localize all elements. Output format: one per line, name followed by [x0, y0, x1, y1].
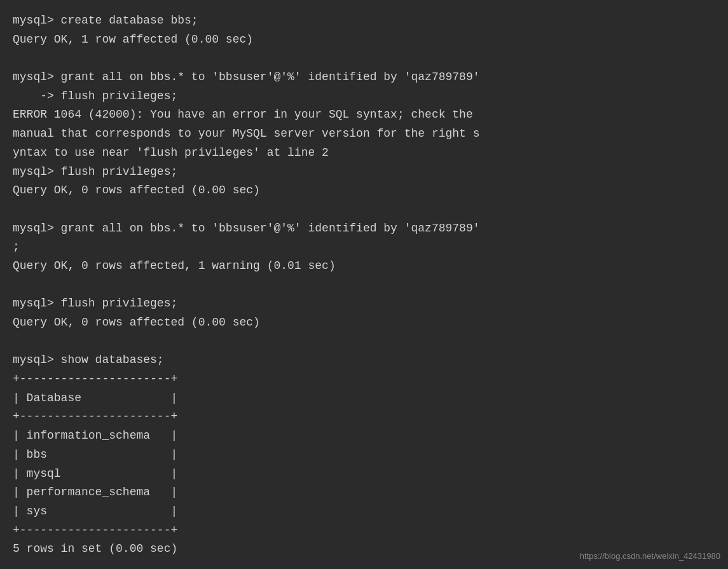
terminal-window: mysql> create database bbs; Query OK, 1 … — [0, 0, 728, 569]
line-2: Query OK, 1 row affected (0.00 sec) — [13, 33, 253, 46]
line-8: mysql> flush privileges; — [13, 165, 177, 178]
line-5: ERROR 1064 (42000): You have an error in… — [13, 108, 473, 121]
line-16: +----------------------+ — [13, 373, 177, 385]
line-11: ; — [13, 240, 20, 253]
line-4: -> flush privileges; — [13, 90, 177, 102]
line-18: +----------------------+ — [13, 410, 177, 423]
line-24: +----------------------+ — [13, 524, 177, 537]
line-3: mysql> grant all on bbs.* to 'bbsuser'@'… — [13, 71, 480, 83]
terminal-output: mysql> create database bbs; Query OK, 1 … — [13, 11, 715, 559]
line-10: mysql> grant all on bbs.* to 'bbsuser'@'… — [13, 222, 480, 235]
line-17: | Database | — [13, 392, 177, 404]
line-23: | sys | — [13, 505, 177, 518]
line-20: | bbs | — [13, 448, 177, 461]
line-6: manual that corresponds to your MySQL se… — [13, 127, 480, 140]
line-13: mysql> flush privileges; — [13, 297, 177, 310]
line-25: 5 rows in set (0.00 sec) — [13, 542, 177, 555]
line-21: | mysql | — [13, 467, 177, 480]
line-14: Query OK, 0 rows affected (0.00 sec) — [13, 316, 260, 329]
line-15: mysql> show databases; — [13, 353, 164, 366]
line-7: yntax to use near 'flush privileges' at … — [13, 146, 329, 159]
line-9: Query OK, 0 rows affected (0.00 sec) — [13, 184, 260, 196]
line-1: mysql> create database bbs; — [13, 14, 198, 27]
watermark: https://blog.csdn.net/weixin_42431980 — [580, 549, 720, 563]
line-19: | information_schema | — [13, 429, 177, 442]
line-12: Query OK, 0 rows affected, 1 warning (0.… — [13, 259, 336, 272]
line-22: | performance_schema | — [13, 486, 177, 498]
